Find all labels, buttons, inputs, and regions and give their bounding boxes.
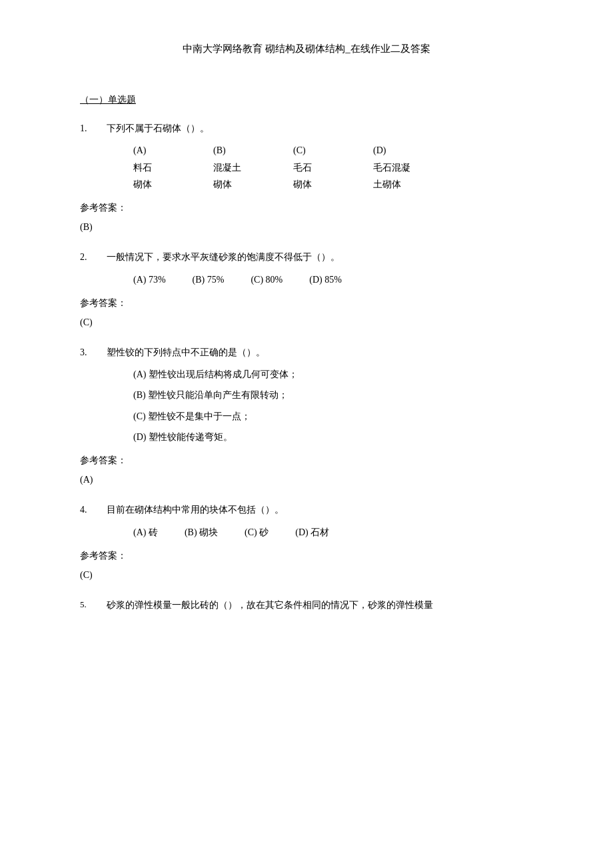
question-2-number: 2. [80,249,107,265]
option-1d: (D) 毛石混凝 土砌体 [373,142,433,193]
option-4b: (B) 砌块 [185,524,218,541]
option-1d-label: (D) [373,142,433,159]
question-1-text: 下列不属于石砌体（）。 [107,120,533,137]
option-1a-line1: 料石 [133,159,193,176]
question-1-row: 1. 下列不属于石砌体（）。 [80,120,533,137]
question-1-number: 1. [80,120,107,137]
question-1-options: (A) 料石 砌体 (B) 混凝土 砌体 (C) 毛石 砌体 (D) 毛石混凝 [133,142,533,193]
option-1c-line2: 砌体 [293,176,353,193]
ref-value-2: (C) [80,314,533,331]
question-4-row: 4. 目前在砌体结构中常用的块体不包括（）。 [80,501,533,518]
question-2-row: 2. 一般情况下，要求水平灰缝砂浆的饱满度不得低于（）。 [80,249,533,265]
option-1c-label: (C) [293,142,353,159]
option-3c: (C) 塑性铰不是集中于一点； [133,408,533,425]
option-3a: (A) 塑性铰出现后结构将成几何可变体； [133,366,533,383]
ref-label-1: 参考答案： [80,199,533,216]
section-single-choice: （一）单选题 1. 下列不属于石砌体（）。 (A) 料石 砌体 (B) 混凝土 … [80,91,533,613]
question-1: 1. 下列不属于石砌体（）。 (A) 料石 砌体 (B) 混凝土 砌体 (C) … [80,120,533,235]
option-1b: (B) 混凝土 砌体 [213,142,273,193]
question-4-options: (A) 砖 (B) 砌块 (C) 砂 (D) 石材 [133,524,533,541]
option-4a: (A) 砖 [133,524,158,541]
ref-label-2: 参考答案： [80,295,533,311]
question-3-row: 3. 塑性铰的下列特点中不正确的是（）。 [80,344,533,361]
option-3b: (B) 塑性铰只能沿单向产生有限转动； [133,387,533,403]
section-header: （一）单选题 [80,91,533,108]
question-3: 3. 塑性铰的下列特点中不正确的是（）。 (A) 塑性铰出现后结构将成几何可变体… [80,344,533,488]
option-1b-label: (B) [213,142,273,159]
option-1d-line2: 土砌体 [373,176,433,193]
question-4: 4. 目前在砌体结构中常用的块体不包括（）。 (A) 砖 (B) 砌块 (C) … [80,501,533,583]
question-4-number: 4. [80,501,107,518]
option-3d: (D) 塑性铰能传递弯矩。 [133,429,533,445]
ref-value-4: (C) [80,567,533,583]
option-1c-line1: 毛石 [293,159,353,176]
option-2d: (D) 85% [309,271,342,288]
option-1a-line2: 砌体 [133,176,193,193]
ref-value-3: (A) [80,471,533,488]
option-1a-label: (A) [133,142,193,159]
option-4d: (D) 石材 [295,524,329,541]
question-4-text: 目前在砌体结构中常用的块体不包括（）。 [107,501,533,518]
question-2-text: 一般情况下，要求水平灰缝砂浆的饱满度不得低于（）。 [107,249,533,265]
option-1b-line2: 砌体 [213,176,273,193]
ref-label-4: 参考答案： [80,547,533,564]
option-1b-line1: 混凝土 [213,159,273,176]
question-2: 2. 一般情况下，要求水平灰缝砂浆的饱满度不得低于（）。 (A) 73% (B)… [80,249,533,331]
question-3-text: 塑性铰的下列特点中不正确的是（）。 [107,344,533,361]
question-2-options: (A) 73% (B) 75% (C) 80% (D) 85% [133,271,533,288]
page-title: 中南大学网络教育 砌结构及砌体结构_在线作业二及答案 [80,40,533,58]
option-2c: (C) 80% [251,271,283,288]
question-5-text: 砂浆的弹性模量一般比砖的（），故在其它条件相同的情况下，砂浆的弹性模量 [107,597,533,613]
option-4c: (C) 砂 [245,524,269,541]
option-2b: (B) 75% [193,271,225,288]
question-3-options: (A) 塑性铰出现后结构将成几何可变体； (B) 塑性铰只能沿单向产生有限转动；… [133,366,533,445]
ref-value-1: (B) [80,219,533,235]
option-1d-line1: 毛石混凝 [373,159,433,176]
question-3-number: 3. [80,344,107,361]
question-5: 5. 砂浆的弹性模量一般比砖的（），故在其它条件相同的情况下，砂浆的弹性模量 [80,597,533,613]
question-5-row: 5. 砂浆的弹性模量一般比砖的（），故在其它条件相同的情况下，砂浆的弹性模量 [80,597,533,613]
question-5-number: 5. [80,597,107,613]
option-2a: (A) 73% [133,271,166,288]
page-container: 中南大学网络教育 砌结构及砌体结构_在线作业二及答案 （一）单选题 1. 下列不… [80,40,533,613]
option-1c: (C) 毛石 砌体 [293,142,353,193]
ref-label-3: 参考答案： [80,452,533,469]
option-1a: (A) 料石 砌体 [133,142,193,193]
